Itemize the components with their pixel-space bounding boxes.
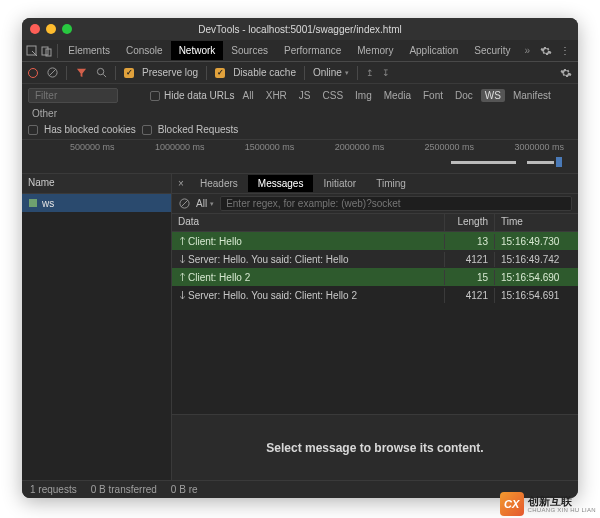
upload-icon[interactable]: ↥ (366, 68, 374, 78)
subtab-messages[interactable]: Messages (248, 175, 314, 192)
arrow-up-icon: 🡑 (178, 236, 188, 247)
requests-header: Name (22, 174, 171, 194)
svg-line-4 (49, 69, 55, 75)
inspect-icon[interactable] (26, 45, 41, 57)
timeline-tick: 1500000 ms (245, 142, 295, 152)
websocket-icon (28, 198, 38, 208)
content-split: Name ws × Headers Messages Initiator Tim… (22, 174, 578, 480)
network-toolbar: ✓ Preserve log ✓ Disable cache Online ↥ … (22, 62, 578, 84)
watermark: CX 创新互联 CHUANG XIN HU LIAN (500, 492, 596, 516)
col-time[interactable]: Time (494, 214, 578, 231)
filter-type-css[interactable]: CSS (319, 89, 348, 102)
filter-type-xhr[interactable]: XHR (262, 89, 291, 102)
filter-type-manifest[interactable]: Manifest (509, 89, 555, 102)
tab-elements[interactable]: Elements (60, 41, 118, 60)
download-icon[interactable]: ↧ (382, 68, 390, 78)
filter-type-other[interactable]: Other (28, 107, 61, 120)
message-row[interactable]: 🡑Client: Hello 2 15 15:16:54.690 (172, 268, 578, 286)
filter-type-font[interactable]: Font (419, 89, 447, 102)
svg-rect-7 (29, 199, 37, 207)
clear-icon[interactable] (46, 67, 58, 79)
message-filter-dropdown[interactable]: All (196, 198, 214, 209)
disable-cache-checkbox[interactable]: ✓ (215, 68, 225, 78)
more-tabs-icon[interactable]: » (518, 45, 536, 56)
request-row-ws[interactable]: ws (22, 194, 171, 212)
messages-toolbar: All (172, 194, 578, 214)
filter-bar: Hide data URLs All XHR JS CSS Img Media … (22, 84, 578, 140)
main-tabs: Elements Console Network Sources Perform… (22, 40, 578, 62)
arrow-up-icon: 🡑 (178, 272, 188, 283)
arrow-down-icon: 🡓 (178, 290, 188, 301)
settings-icon[interactable] (536, 45, 556, 57)
filter-type-doc[interactable]: Doc (451, 89, 477, 102)
record-button[interactable] (28, 68, 38, 78)
device-toolbar-icon[interactable] (41, 45, 56, 57)
filter-type-ws[interactable]: WS (481, 89, 505, 102)
status-requests: 1 requests (30, 484, 77, 495)
timeline-tick: 2500000 ms (425, 142, 475, 152)
tab-network[interactable]: Network (171, 41, 224, 60)
subtab-timing[interactable]: Timing (366, 175, 416, 192)
col-length[interactable]: Length (444, 214, 494, 231)
filter-icon[interactable] (75, 67, 87, 79)
watermark-text-py: CHUANG XIN HU LIAN (528, 507, 596, 513)
svg-line-9 (181, 200, 187, 206)
tab-application[interactable]: Application (401, 41, 466, 60)
status-transferred: 0 B transferred (91, 484, 157, 495)
blocked-cookies-label: Has blocked cookies (44, 124, 136, 135)
messages-header-row: Data Length Time (172, 214, 578, 232)
disable-cache-label: Disable cache (233, 67, 296, 78)
timeline-tick: 3000000 ms (514, 142, 564, 152)
filter-type-all[interactable]: All (239, 89, 258, 102)
preserve-log-label: Preserve log (142, 67, 198, 78)
inspector-pane: × Headers Messages Initiator Timing All … (172, 174, 578, 480)
arrow-down-icon: 🡓 (178, 254, 188, 265)
message-row[interactable]: 🡓Server: Hello. You said: Client: Hello … (172, 250, 578, 268)
blocked-cookies-checkbox[interactable] (28, 125, 38, 135)
message-preview: Select message to browse its content. (172, 414, 578, 480)
tab-memory[interactable]: Memory (349, 41, 401, 60)
filter-type-js[interactable]: JS (295, 89, 315, 102)
devtools-window: DevTools - localhost:5001/swagger/index.… (22, 18, 578, 498)
timeline-tick: 500000 ms (70, 142, 115, 152)
search-icon[interactable] (95, 67, 107, 79)
kebab-menu-icon[interactable]: ⋮ (556, 45, 574, 56)
timeline-tick: 1000000 ms (155, 142, 205, 152)
svg-point-5 (97, 68, 103, 74)
blocked-requests-checkbox[interactable] (142, 125, 152, 135)
hide-data-urls-checkbox[interactable] (150, 91, 160, 101)
filter-type-img[interactable]: Img (351, 89, 376, 102)
blocked-requests-label: Blocked Requests (158, 124, 239, 135)
messages-table: Data Length Time 🡑Client: Hello 13 15:16… (172, 214, 578, 480)
titlebar: DevTools - localhost:5001/swagger/index.… (22, 18, 578, 40)
messages-empty-area (172, 304, 578, 414)
timeline-tick: 2000000 ms (335, 142, 385, 152)
subtab-initiator[interactable]: Initiator (313, 175, 366, 192)
message-row[interactable]: 🡓Server: Hello. You said: Client: Hello … (172, 286, 578, 304)
watermark-text-cn: 创新互联 (528, 496, 596, 507)
filter-type-media[interactable]: Media (380, 89, 415, 102)
message-regex-input[interactable] (220, 196, 572, 211)
requests-pane: Name ws (22, 174, 172, 480)
network-settings-icon[interactable] (560, 67, 572, 79)
svg-rect-1 (42, 47, 48, 55)
subtab-headers[interactable]: Headers (190, 175, 248, 192)
status-bar: 1 requests 0 B transferred 0 B re (22, 480, 578, 498)
request-name: ws (42, 198, 54, 209)
throttling-dropdown[interactable]: Online (313, 67, 349, 78)
svg-line-6 (103, 74, 106, 77)
close-inspector-icon[interactable]: × (172, 178, 190, 189)
tab-performance[interactable]: Performance (276, 41, 349, 60)
hide-data-urls-label: Hide data URLs (164, 90, 235, 101)
preserve-log-checkbox[interactable]: ✓ (124, 68, 134, 78)
clear-messages-icon[interactable] (178, 198, 190, 210)
filter-input[interactable] (28, 88, 118, 103)
tab-sources[interactable]: Sources (223, 41, 276, 60)
window-title: DevTools - localhost:5001/swagger/index.… (22, 24, 578, 35)
message-row[interactable]: 🡑Client: Hello 13 15:16:49.730 (172, 232, 578, 250)
tab-console[interactable]: Console (118, 41, 171, 60)
tab-security[interactable]: Security (466, 41, 518, 60)
inspector-tabs: × Headers Messages Initiator Timing (172, 174, 578, 194)
timeline-overview[interactable]: 500000 ms 1000000 ms 1500000 ms 2000000 … (22, 140, 578, 174)
col-data[interactable]: Data (172, 214, 444, 231)
